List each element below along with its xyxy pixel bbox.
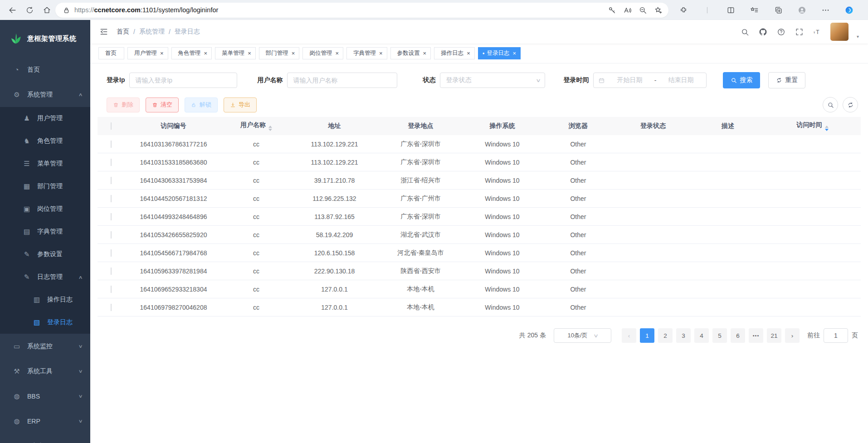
- row-checkbox[interactable]: [111, 231, 112, 239]
- clear-button[interactable]: 清空: [146, 97, 179, 112]
- date-range-picker[interactable]: 开始日期 - 结束日期: [593, 73, 707, 88]
- browser-profile-icon[interactable]: [793, 1, 810, 19]
- breadcrumb-item[interactable]: 登录日志: [175, 28, 200, 36]
- row-checkbox[interactable]: [111, 304, 112, 311]
- sidebar-item-bbs[interactable]: ◍ BBS ∨: [0, 384, 90, 409]
- page-button-2[interactable]: 2: [658, 328, 673, 343]
- tab-close-icon[interactable]: ×: [160, 50, 164, 57]
- sidebar-item-system-tools[interactable]: ⚒ 系统工具 ∨: [0, 359, 90, 384]
- row-checkbox[interactable]: [111, 195, 112, 202]
- tab-close-icon[interactable]: ×: [335, 50, 339, 57]
- row-checkbox[interactable]: [111, 268, 112, 275]
- select-all-checkbox[interactable]: [111, 122, 112, 130]
- page-button-1[interactable]: 1: [640, 328, 654, 343]
- home-icon[interactable]: [38, 1, 55, 19]
- tab-dept-manage[interactable]: 部门管理 ×: [259, 47, 300, 59]
- split-screen-icon[interactable]: [722, 1, 740, 19]
- table-search-button[interactable]: [823, 97, 838, 112]
- tab-user-manage[interactable]: 用户管理 ×: [127, 47, 168, 59]
- col-header-visit-id[interactable]: 访问编号: [125, 122, 222, 130]
- tab-home[interactable]: 首页: [98, 47, 124, 59]
- table-refresh-button[interactable]: [843, 97, 858, 112]
- sidebar-item-home[interactable]: ◔ 首页: [0, 57, 90, 82]
- row-checkbox[interactable]: [111, 213, 112, 220]
- delete-button[interactable]: 删除: [107, 97, 140, 112]
- help-icon[interactable]: [776, 26, 787, 37]
- tab-operation-log[interactable]: 操作日志 ×: [434, 47, 475, 59]
- sort-carets-icon[interactable]: [825, 126, 829, 131]
- tab-close-icon[interactable]: ×: [467, 50, 470, 57]
- sidebar-item-dict-manage[interactable]: ▤ 字典管理: [0, 220, 90, 243]
- sidebar-item-role-manage[interactable]: ♞ 角色管理: [0, 130, 90, 152]
- user-name-input[interactable]: [287, 73, 397, 88]
- page-button-4[interactable]: 4: [694, 328, 709, 343]
- export-button[interactable]: 导出: [224, 97, 257, 112]
- tab-close-icon[interactable]: ×: [292, 50, 295, 57]
- col-header-login-status[interactable]: 登录状态: [614, 122, 692, 130]
- address-bar[interactable]: https://ccnetcore.com:1101/system/log/lo…: [55, 3, 668, 18]
- add-favorite-icon[interactable]: [650, 3, 666, 17]
- password-key-icon[interactable]: [604, 3, 619, 17]
- row-checkbox[interactable]: [111, 249, 112, 257]
- col-header-description[interactable]: 描述: [692, 122, 764, 130]
- page-button-6[interactable]: 6: [731, 328, 745, 343]
- tab-param-setting[interactable]: 参数设置 ×: [390, 47, 431, 59]
- tab-post-manage[interactable]: 岗位管理 ×: [302, 47, 343, 59]
- browser-menu-icon[interactable]: [817, 1, 834, 19]
- row-checkbox[interactable]: [111, 286, 112, 293]
- tab-close-icon[interactable]: ×: [379, 50, 383, 57]
- refresh-icon[interactable]: [21, 1, 38, 19]
- tab-close-icon[interactable]: ×: [513, 50, 517, 57]
- row-checkbox[interactable]: [111, 177, 112, 184]
- fullscreen-icon[interactable]: [794, 26, 805, 37]
- sidebar-item-login-log[interactable]: ▧ 登录日志: [0, 311, 90, 334]
- tab-role-manage[interactable]: 角色管理 ×: [171, 47, 212, 59]
- col-header-address[interactable]: 地址: [290, 122, 379, 130]
- tab-dict-manage[interactable]: 字典管理 ×: [346, 47, 387, 59]
- col-header-browser[interactable]: 浏览器: [542, 122, 614, 130]
- sidebar-item-erp[interactable]: ◍ ERP ∨: [0, 409, 90, 433]
- read-aloud-icon[interactable]: [619, 3, 635, 17]
- sidebar-item-operation-log[interactable]: ▥ 操作日志: [0, 288, 90, 311]
- prev-page-button[interactable]: ‹: [622, 328, 636, 343]
- sort-carets-icon[interactable]: [268, 126, 272, 131]
- tab-close-icon[interactable]: ×: [423, 50, 427, 57]
- next-page-button[interactable]: ›: [785, 328, 800, 343]
- breadcrumb-item[interactable]: 系统管理: [139, 28, 165, 36]
- favorites-bar-icon[interactable]: [746, 1, 763, 19]
- user-avatar[interactable]: [830, 23, 848, 41]
- breadcrumb-item[interactable]: 首页: [117, 28, 129, 36]
- col-header-login-location[interactable]: 登录地点: [379, 122, 463, 130]
- back-icon[interactable]: [4, 1, 21, 19]
- page-button-3[interactable]: 3: [676, 328, 691, 343]
- more-pages-button[interactable]: •••: [749, 328, 763, 343]
- col-header-os[interactable]: 操作系统: [463, 122, 542, 130]
- col-header-visit-time[interactable]: 访问时间: [764, 121, 861, 131]
- sidebar-item-user-manage[interactable]: ♟ 用户管理: [0, 107, 90, 130]
- goto-page-input[interactable]: [824, 328, 848, 343]
- login-ip-input[interactable]: [129, 73, 237, 88]
- col-header-user-name[interactable]: 用户名称: [222, 121, 290, 131]
- status-select[interactable]: 登录状态 ∨: [440, 73, 545, 88]
- page-button-5[interactable]: 5: [712, 328, 727, 343]
- sidebar-collapse-icon[interactable]: [98, 25, 110, 38]
- tab-login-log[interactable]: ● 登录日志 ×: [478, 47, 521, 59]
- font-size-icon[interactable]: тT: [812, 26, 823, 37]
- sidebar-item-system-manage[interactable]: ⚙ 系统管理 ∧: [0, 82, 90, 107]
- tab-close-icon[interactable]: ×: [204, 50, 208, 57]
- sidebar-item-yi-framework[interactable]: ✈ Yi框架: [0, 433, 90, 443]
- sidebar-item-system-monitor[interactable]: ▭ 系统监控 ∨: [0, 334, 90, 359]
- extensions-icon[interactable]: [675, 1, 692, 19]
- zoom-out-icon[interactable]: [635, 3, 650, 17]
- copilot-icon[interactable]: [841, 1, 858, 19]
- sidebar-item-log-manage[interactable]: ✎ 日志管理 ∧: [0, 266, 90, 288]
- sidebar-item-menu-manage[interactable]: ☰ 菜单管理: [0, 152, 90, 175]
- sidebar-item-param-setting[interactable]: ✎ 参数设置: [0, 243, 90, 266]
- avatar-caret-icon[interactable]: ▾: [857, 34, 859, 41]
- row-checkbox[interactable]: [111, 141, 112, 148]
- sidebar-item-post-manage[interactable]: ▣ 岗位管理: [0, 198, 90, 220]
- collections-icon[interactable]: [770, 1, 787, 19]
- tab-close-icon[interactable]: ×: [248, 50, 251, 57]
- page-size-select[interactable]: 10条/页 ∨: [554, 328, 611, 343]
- github-icon[interactable]: [758, 26, 769, 37]
